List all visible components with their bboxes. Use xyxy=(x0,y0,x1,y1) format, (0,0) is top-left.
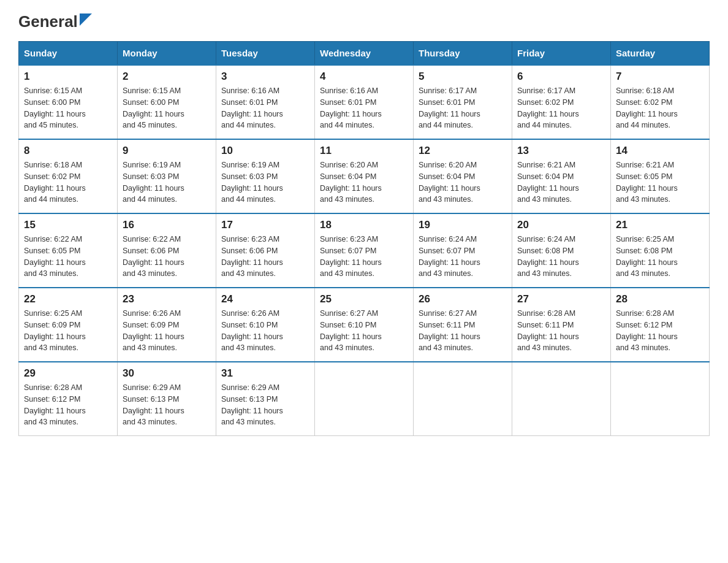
day-info: Sunrise: 6:20 AM Sunset: 6:04 PM Dayligh… xyxy=(419,159,507,205)
calendar-cell: 27 Sunrise: 6:28 AM Sunset: 6:11 PM Dayl… xyxy=(512,288,611,362)
day-info: Sunrise: 6:18 AM Sunset: 6:02 PM Dayligh… xyxy=(616,85,704,131)
day-info: Sunrise: 6:23 AM Sunset: 6:06 PM Dayligh… xyxy=(221,234,309,280)
day-number: 23 xyxy=(123,293,211,305)
day-info: Sunrise: 6:24 AM Sunset: 6:07 PM Dayligh… xyxy=(419,234,507,280)
calendar-cell: 28 Sunrise: 6:28 AM Sunset: 6:12 PM Dayl… xyxy=(611,288,710,362)
column-header-friday: Friday xyxy=(512,42,611,66)
header: General xyxy=(18,12,710,29)
day-number: 5 xyxy=(419,71,507,83)
calendar-cell xyxy=(315,362,414,436)
calendar-cell: 2 Sunrise: 6:15 AM Sunset: 6:00 PM Dayli… xyxy=(118,65,216,139)
day-number: 2 xyxy=(123,71,211,83)
day-info: Sunrise: 6:22 AM Sunset: 6:06 PM Dayligh… xyxy=(123,234,211,280)
column-header-tuesday: Tuesday xyxy=(216,42,315,66)
calendar-cell: 15 Sunrise: 6:22 AM Sunset: 6:05 PM Dayl… xyxy=(19,213,118,288)
calendar-cell: 9 Sunrise: 6:19 AM Sunset: 6:03 PM Dayli… xyxy=(118,139,216,213)
calendar-cell: 3 Sunrise: 6:16 AM Sunset: 6:01 PM Dayli… xyxy=(216,65,315,139)
day-info: Sunrise: 6:18 AM Sunset: 6:02 PM Dayligh… xyxy=(24,159,112,205)
day-info: Sunrise: 6:17 AM Sunset: 6:01 PM Dayligh… xyxy=(419,85,507,131)
day-number: 19 xyxy=(419,219,507,231)
day-number: 21 xyxy=(616,219,704,231)
calendar-cell xyxy=(512,362,611,436)
day-number: 11 xyxy=(320,145,408,157)
calendar-cell: 14 Sunrise: 6:21 AM Sunset: 6:05 PM Dayl… xyxy=(611,139,710,213)
day-number: 22 xyxy=(24,293,112,305)
calendar-week-row: 15 Sunrise: 6:22 AM Sunset: 6:05 PM Dayl… xyxy=(19,213,710,288)
calendar-table: SundayMondayTuesdayWednesdayThursdayFrid… xyxy=(18,41,710,436)
column-header-monday: Monday xyxy=(118,42,216,66)
day-number: 6 xyxy=(517,71,605,83)
day-info: Sunrise: 6:26 AM Sunset: 6:10 PM Dayligh… xyxy=(221,308,309,354)
day-number: 25 xyxy=(320,293,408,305)
day-info: Sunrise: 6:28 AM Sunset: 6:12 PM Dayligh… xyxy=(616,308,704,354)
day-number: 29 xyxy=(24,367,112,380)
day-info: Sunrise: 6:24 AM Sunset: 6:08 PM Dayligh… xyxy=(517,234,605,280)
calendar-cell xyxy=(414,362,512,436)
day-number: 4 xyxy=(320,71,408,83)
calendar-cell: 30 Sunrise: 6:29 AM Sunset: 6:13 PM Dayl… xyxy=(118,362,216,436)
calendar-cell: 25 Sunrise: 6:27 AM Sunset: 6:10 PM Dayl… xyxy=(315,288,414,362)
calendar-cell: 20 Sunrise: 6:24 AM Sunset: 6:08 PM Dayl… xyxy=(512,213,611,288)
svg-marker-0 xyxy=(80,13,92,26)
day-number: 17 xyxy=(221,219,309,231)
calendar-cell: 29 Sunrise: 6:28 AM Sunset: 6:12 PM Dayl… xyxy=(19,362,118,436)
calendar-week-row: 22 Sunrise: 6:25 AM Sunset: 6:09 PM Dayl… xyxy=(19,288,710,362)
day-number: 7 xyxy=(616,71,704,83)
calendar-cell: 31 Sunrise: 6:29 AM Sunset: 6:13 PM Dayl… xyxy=(216,362,315,436)
calendar-cell: 18 Sunrise: 6:23 AM Sunset: 6:07 PM Dayl… xyxy=(315,213,414,288)
day-number: 10 xyxy=(221,145,309,157)
day-number: 14 xyxy=(616,145,704,157)
day-number: 27 xyxy=(517,293,605,305)
calendar-cell: 10 Sunrise: 6:19 AM Sunset: 6:03 PM Dayl… xyxy=(216,139,315,213)
day-info: Sunrise: 6:28 AM Sunset: 6:12 PM Dayligh… xyxy=(24,382,112,428)
column-header-sunday: Sunday xyxy=(19,42,118,66)
logo: General xyxy=(18,12,92,29)
calendar-week-row: 1 Sunrise: 6:15 AM Sunset: 6:00 PM Dayli… xyxy=(19,65,710,139)
day-number: 15 xyxy=(24,219,112,231)
day-info: Sunrise: 6:25 AM Sunset: 6:08 PM Dayligh… xyxy=(616,234,704,280)
day-number: 8 xyxy=(24,145,112,157)
day-info: Sunrise: 6:26 AM Sunset: 6:09 PM Dayligh… xyxy=(123,308,211,354)
calendar-cell: 26 Sunrise: 6:27 AM Sunset: 6:11 PM Dayl… xyxy=(414,288,512,362)
day-info: Sunrise: 6:29 AM Sunset: 6:13 PM Dayligh… xyxy=(123,382,211,428)
column-header-saturday: Saturday xyxy=(611,42,710,66)
day-info: Sunrise: 6:16 AM Sunset: 6:01 PM Dayligh… xyxy=(320,85,408,131)
day-number: 18 xyxy=(320,219,408,231)
calendar-cell: 23 Sunrise: 6:26 AM Sunset: 6:09 PM Dayl… xyxy=(118,288,216,362)
logo-arrow-icon xyxy=(80,13,92,26)
day-info: Sunrise: 6:20 AM Sunset: 6:04 PM Dayligh… xyxy=(320,159,408,205)
day-number: 1 xyxy=(24,71,112,83)
calendar-cell: 24 Sunrise: 6:26 AM Sunset: 6:10 PM Dayl… xyxy=(216,288,315,362)
calendar-cell: 7 Sunrise: 6:18 AM Sunset: 6:02 PM Dayli… xyxy=(611,65,710,139)
day-number: 20 xyxy=(517,219,605,231)
day-info: Sunrise: 6:17 AM Sunset: 6:02 PM Dayligh… xyxy=(517,85,605,131)
calendar-cell: 17 Sunrise: 6:23 AM Sunset: 6:06 PM Dayl… xyxy=(216,213,315,288)
column-header-wednesday: Wednesday xyxy=(315,42,414,66)
day-number: 16 xyxy=(123,219,211,231)
day-number: 26 xyxy=(419,293,507,305)
day-number: 12 xyxy=(419,145,507,157)
calendar-header-row: SundayMondayTuesdayWednesdayThursdayFrid… xyxy=(19,42,710,66)
day-info: Sunrise: 6:21 AM Sunset: 6:04 PM Dayligh… xyxy=(517,159,605,205)
day-info: Sunrise: 6:19 AM Sunset: 6:03 PM Dayligh… xyxy=(221,159,309,205)
calendar-cell: 4 Sunrise: 6:16 AM Sunset: 6:01 PM Dayli… xyxy=(315,65,414,139)
calendar-cell xyxy=(611,362,710,436)
calendar-cell: 13 Sunrise: 6:21 AM Sunset: 6:04 PM Dayl… xyxy=(512,139,611,213)
day-info: Sunrise: 6:22 AM Sunset: 6:05 PM Dayligh… xyxy=(24,234,112,280)
calendar-cell: 19 Sunrise: 6:24 AM Sunset: 6:07 PM Dayl… xyxy=(414,213,512,288)
calendar-cell: 21 Sunrise: 6:25 AM Sunset: 6:08 PM Dayl… xyxy=(611,213,710,288)
day-info: Sunrise: 6:15 AM Sunset: 6:00 PM Dayligh… xyxy=(24,85,112,131)
day-number: 30 xyxy=(123,367,211,380)
day-number: 13 xyxy=(517,145,605,157)
calendar-cell: 11 Sunrise: 6:20 AM Sunset: 6:04 PM Dayl… xyxy=(315,139,414,213)
day-info: Sunrise: 6:28 AM Sunset: 6:11 PM Dayligh… xyxy=(517,308,605,354)
day-number: 3 xyxy=(221,71,309,83)
day-info: Sunrise: 6:27 AM Sunset: 6:10 PM Dayligh… xyxy=(320,308,408,354)
calendar-cell: 12 Sunrise: 6:20 AM Sunset: 6:04 PM Dayl… xyxy=(414,139,512,213)
day-info: Sunrise: 6:23 AM Sunset: 6:07 PM Dayligh… xyxy=(320,234,408,280)
calendar-cell: 6 Sunrise: 6:17 AM Sunset: 6:02 PM Dayli… xyxy=(512,65,611,139)
calendar-cell: 8 Sunrise: 6:18 AM Sunset: 6:02 PM Dayli… xyxy=(19,139,118,213)
day-info: Sunrise: 6:29 AM Sunset: 6:13 PM Dayligh… xyxy=(221,382,309,428)
calendar-cell: 5 Sunrise: 6:17 AM Sunset: 6:01 PM Dayli… xyxy=(414,65,512,139)
logo-general: General xyxy=(18,12,78,31)
